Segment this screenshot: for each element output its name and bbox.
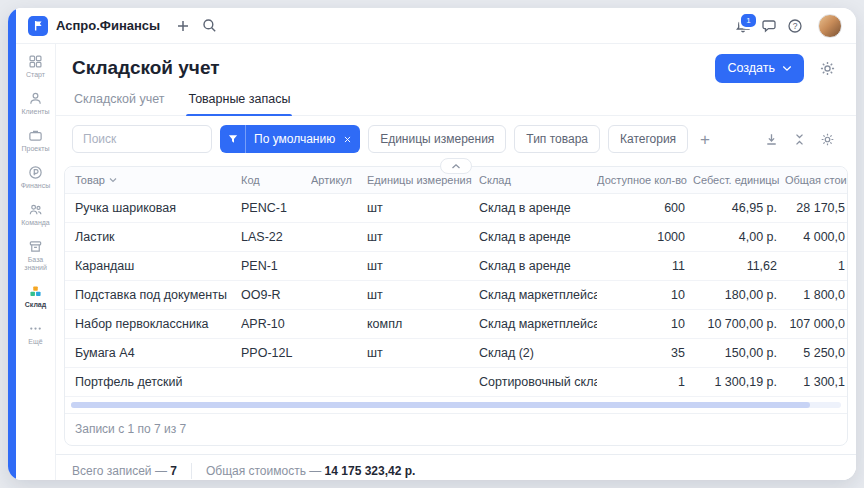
column-header-warehouse[interactable]: Склад (479, 167, 597, 193)
column-header-code[interactable]: Код (241, 167, 311, 193)
filter-category-button[interactable]: Категория (608, 125, 688, 153)
cell-article (311, 338, 367, 367)
records-count: Записи с 1 по 7 из 7 (65, 413, 847, 445)
cell-code: APR-10 (241, 309, 311, 338)
table-row[interactable]: Ручка шариковая PENC-1 шт Склад в аренде… (65, 193, 847, 222)
column-header-unit-cost[interactable]: Себест. единицы (693, 167, 785, 193)
sidebar-item-warehouse[interactable]: Склад (17, 284, 55, 309)
column-header-available-qty[interactable]: Доступное кол-во (597, 167, 693, 193)
finances-icon (28, 165, 43, 180)
column-header-article[interactable]: Артикул (311, 167, 367, 193)
total-records: Всего записей — 7 (72, 464, 177, 478)
app-name: Аспро.Финансы (56, 18, 160, 33)
add-filter-button[interactable]: + (696, 131, 714, 148)
cell-product: Портфель детский (65, 367, 241, 396)
column-header-product[interactable]: Товар (65, 167, 241, 193)
start-icon (28, 54, 43, 69)
sidebar-item-label: Старт (26, 71, 45, 79)
cell-total-cost: 1 300,1 (785, 367, 847, 396)
cell-qty: 1 (597, 367, 693, 396)
collapse-rows-button[interactable] (786, 126, 812, 152)
table-row[interactable]: Портфель детский Сортировочный скла 1 1 … (65, 367, 847, 396)
table-settings-button[interactable] (814, 126, 840, 152)
scrollbar-thumb[interactable] (71, 402, 810, 408)
filter-preset-clear-button[interactable] (343, 135, 360, 144)
cell-unit: шт (367, 338, 479, 367)
total-cost-value: 14 175 323,42 р. (325, 464, 416, 478)
chevron-down-icon (782, 65, 792, 72)
svg-text:?: ? (793, 20, 798, 30)
sidebar-item-label: Финансы (21, 182, 50, 190)
tab-warehouse-accounting[interactable]: Складской учет (72, 92, 166, 115)
table-row[interactable]: Ластик LAS-22 шт Склад в аренде 1000 4,0… (65, 222, 847, 251)
close-icon (343, 135, 352, 144)
filter-preset-label: По умолчанию (246, 132, 343, 146)
sidebar-item-label: Ещё (28, 338, 42, 346)
cell-product: Ручка шариковая (65, 193, 241, 222)
funnel-icon (220, 125, 246, 153)
sidebar-item-clients[interactable]: Клиенты (17, 91, 55, 116)
table-row[interactable]: Подставка под документы OO9-R шт Склад м… (65, 280, 847, 309)
table-scroll-area[interactable]: Товар Код Артикул Единицы измерения Скла… (65, 167, 847, 397)
export-button[interactable] (758, 126, 784, 152)
app-logo-icon (28, 16, 48, 36)
table-row[interactable]: Бумага А4 PPO-12L шт Склад (2) 35 150,00… (65, 338, 847, 367)
cell-qty: 1000 (597, 222, 693, 251)
stock-table: Товар Код Артикул Единицы измерения Скла… (65, 167, 847, 397)
table-row[interactable]: Карандаш PEN-1 шт Склад в аренде 11 11,6… (65, 251, 847, 280)
more-icon (28, 321, 43, 336)
cell-unit-cost: 46,95 р. (693, 193, 785, 222)
table-row[interactable]: Набор первоклассника APR-10 компл Склад … (65, 309, 847, 338)
cell-warehouse: Склад в аренде (479, 193, 597, 222)
search-input[interactable] (72, 125, 212, 153)
cell-product: Бумага А4 (65, 338, 241, 367)
help-button[interactable]: ? (782, 13, 808, 39)
cell-unit: шт (367, 193, 479, 222)
sidebar-item-label: Команда (21, 219, 50, 227)
cell-unit-cost: 11,62 (693, 251, 785, 280)
sidebar-item-label: База знаний (17, 256, 55, 272)
sidebar-item-label: Проекты (21, 145, 49, 153)
cell-qty: 10 (597, 309, 693, 338)
sidebar-item-team[interactable]: Команда (17, 202, 55, 227)
brand-accent-strip (8, 8, 16, 480)
cell-total-cost: 107 000,0 (785, 309, 847, 338)
cell-unit-cost: 150,00 р. (693, 338, 785, 367)
column-header-total-cost[interactable]: Общая стоимость (785, 167, 847, 193)
filter-units-button[interactable]: Единицы измерения (368, 125, 506, 153)
total-records-label: Всего записей — (72, 464, 167, 478)
total-records-value: 7 (170, 464, 177, 478)
cell-warehouse: Склад в аренде (479, 251, 597, 280)
horizontal-scrollbar[interactable] (71, 402, 841, 408)
create-button[interactable]: Создать (715, 54, 804, 83)
collapse-all-icon (792, 132, 807, 147)
cell-warehouse: Склад в аренде (479, 222, 597, 251)
cell-total-cost: 4 000,0 (785, 222, 847, 251)
sidebar-item-projects[interactable]: Проекты (17, 128, 55, 153)
tab-stock[interactable]: Товарные запасы (186, 92, 292, 115)
app-window: Аспро.Финансы 1 ? (8, 8, 856, 480)
cell-unit: компл (367, 309, 479, 338)
sidebar-item-finances[interactable]: Финансы (17, 165, 55, 190)
total-cost-label: Общая стоимость — (206, 464, 321, 478)
filter-product-type-button[interactable]: Тип товара (514, 125, 600, 153)
sidebar-item-start[interactable]: Старт (17, 54, 55, 79)
global-search-button[interactable] (196, 13, 222, 39)
cell-total-cost: 1 800,0 (785, 280, 847, 309)
collapse-table-button[interactable] (440, 158, 472, 174)
cell-code: LAS-22 (241, 222, 311, 251)
cell-total-cost: 1 (785, 251, 847, 280)
quick-create-button[interactable] (170, 13, 196, 39)
sidebar-item-knowledge-base[interactable]: База знаний (17, 239, 55, 272)
cell-unit-cost: 1 300,19 р. (693, 367, 785, 396)
cell-article (311, 367, 367, 396)
cell-warehouse: Склад маркетплейса (479, 309, 597, 338)
page-settings-button[interactable] (814, 55, 840, 81)
clients-icon (28, 91, 43, 106)
cell-unit-cost: 4,00 р. (693, 222, 785, 251)
sidebar-item-more[interactable]: Ещё (17, 321, 55, 346)
user-avatar[interactable] (818, 14, 842, 38)
messenger-button[interactable] (756, 13, 782, 39)
filter-preset-chip[interactable]: По умолчанию (220, 125, 360, 153)
notifications-button[interactable]: 1 (730, 13, 756, 39)
